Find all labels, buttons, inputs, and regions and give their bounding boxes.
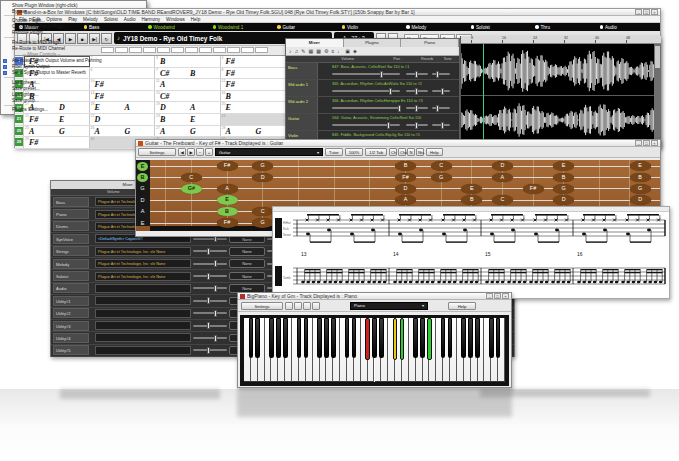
piano-black-key[interactable] (372, 318, 377, 358)
mixer-toolbar-icon-1[interactable]: ♫ (295, 48, 299, 54)
plugin-track-label[interactable]: Melody (53, 259, 89, 269)
chord-cell[interactable]: 8F# (221, 68, 287, 79)
tab-button[interactable]: 1/2 Tab (365, 148, 387, 156)
minimize-button[interactable]: – (486, 293, 493, 299)
piano-black-key[interactable] (475, 318, 480, 358)
pan-slider[interactable] (406, 90, 428, 92)
slider-thumb[interactable] (207, 273, 210, 280)
layer-cell[interactable] (213, 47, 226, 53)
piano-black-key[interactable] (489, 318, 494, 358)
mixer-toolbar-icon-0[interactable]: ♪ (289, 48, 292, 54)
fret-ch-button-ch[interactable]: Ch (389, 148, 397, 156)
piano-black-key[interactable] (393, 318, 398, 360)
piano-black-key[interactable] (420, 318, 425, 358)
piano-black-key[interactable] (400, 318, 405, 360)
fret-mini-button-2[interactable]: − (196, 148, 204, 156)
slider-thumb[interactable] (214, 335, 217, 342)
chord-cell[interactable]: 23BE (155, 114, 221, 125)
fret-mini-button-0[interactable]: ◀ (178, 148, 186, 156)
fret-mini-button-1[interactable]: ▶ (187, 148, 195, 156)
chord-cell[interactable]: 12F# (221, 79, 287, 90)
plugin-track-label[interactable]: Soloist (53, 271, 89, 281)
mixer-toolbar-icon-7[interactable]: ♩ (337, 48, 342, 54)
piano-black-key[interactable] (276, 318, 281, 358)
mixer-tab-plugins[interactable]: Plugins (344, 39, 402, 47)
piano-mini-button-1[interactable] (294, 302, 302, 310)
plugin-name-field[interactable]: Plogue Art et Technologie, Inc: sfz None (95, 259, 191, 268)
layer-cell[interactable] (241, 47, 254, 53)
slider-thumb[interactable] (441, 122, 444, 129)
chord-cell[interactable]: 20E (221, 102, 287, 113)
slider-thumb[interactable] (207, 297, 210, 304)
plugin-track-label[interactable]: Piano (53, 209, 89, 219)
plugin-name-field[interactable] (95, 296, 191, 305)
slider-thumb[interactable] (214, 285, 217, 292)
plugin-slider[interactable] (193, 275, 227, 277)
plugin-track-label[interactable]: Utility#3 (53, 321, 89, 331)
piano-black-key[interactable] (441, 318, 446, 358)
fret-mini-button-3[interactable]: + (205, 148, 213, 156)
piano-black-key[interactable] (365, 318, 370, 360)
fretboard-titlebar[interactable]: Guitar - The Fretboard - Key of F# - Tra… (136, 140, 660, 147)
track-select-combo[interactable]: Piano▾ (350, 302, 428, 310)
menu-item[interactable]: Bypass (1, 8, 146, 14)
menu-item[interactable]: Remove Plugin... (1, 30, 146, 36)
plugin-slider[interactable] (193, 250, 227, 252)
layer-cell[interactable] (171, 47, 184, 53)
plugin-track-label[interactable]: Audio (53, 283, 89, 293)
mixer-track-label[interactable]: Wd acdn 2 (286, 97, 318, 113)
chord-cell[interactable]: 16B (221, 91, 287, 102)
plugin-slot-none[interactable]: None (229, 247, 265, 256)
pan-slider[interactable] (406, 73, 428, 75)
zoom-button[interactable]: 100% (345, 148, 364, 156)
plugin-track-label[interactable]: Drums (53, 221, 89, 231)
chord-cell[interactable]: 24 (221, 114, 287, 125)
maximize-button[interactable]: □ (643, 140, 650, 146)
layer-cell[interactable] (199, 47, 212, 53)
piano-black-key[interactable] (269, 318, 274, 358)
menu-item[interactable]: Send Synth Output to Master Reverb✓ (1, 70, 146, 76)
close-button[interactable]: × (651, 140, 658, 146)
plugin-slider[interactable] (193, 238, 227, 240)
slider-thumb[interactable] (436, 105, 439, 112)
plugin-track-label[interactable]: Bass (53, 197, 89, 207)
plugin-name-field[interactable] (95, 284, 191, 293)
slider-thumb[interactable] (380, 71, 383, 78)
menu-item[interactable]: Save group... (1, 98, 146, 104)
chord-cell[interactable]: 15C# (155, 91, 221, 102)
reverb-slider[interactable] (432, 73, 450, 75)
piano-black-key[interactable] (345, 318, 350, 358)
chord-cell[interactable]: 21F#E (24, 114, 90, 125)
plugin-slot-none[interactable]: None (229, 259, 265, 268)
plugin-track-label[interactable]: Utility#1 (53, 296, 89, 306)
mixer-toolbar-icon-6[interactable]: ≡ (331, 48, 334, 54)
plugin-slider[interactable] (193, 287, 227, 289)
chord-cell[interactable]: 25AG (24, 126, 90, 137)
plugin-slider[interactable] (193, 300, 227, 302)
fret-ch-button-chd[interactable]: Chd (398, 148, 406, 156)
layer-cell[interactable] (157, 47, 170, 53)
pan-slider[interactable] (406, 107, 428, 109)
plugin-name-field[interactable] (95, 333, 191, 342)
chord-cell[interactable]: 3B (155, 56, 221, 67)
plugin-track-label[interactable]: Utility#5 (53, 345, 89, 355)
plugin-track-label[interactable]: SynVoice (53, 234, 89, 244)
reverb-slider[interactable] (432, 90, 450, 92)
piano-mini-button-3[interactable] (312, 302, 320, 310)
fret-ch-button-n[interactable]: N (407, 148, 415, 156)
chord-cell[interactable]: 22D (90, 114, 156, 125)
track-button-melody[interactable]: Melody (402, 25, 467, 30)
plugin-track-label[interactable]: Utility#4 (53, 333, 89, 343)
plugin-slider[interactable] (193, 337, 227, 339)
track-button-thru[interactable]: Thru (531, 25, 596, 30)
slider-thumb[interactable] (207, 322, 210, 329)
close-button[interactable]: × (502, 293, 509, 299)
piano-black-key[interactable] (352, 318, 357, 358)
piano-black-key[interactable] (255, 318, 260, 358)
slider-thumb[interactable] (415, 88, 418, 95)
piano-black-key[interactable] (461, 318, 466, 358)
maximize-button[interactable]: □ (494, 293, 501, 299)
plugin-slider[interactable] (193, 312, 227, 314)
chord-cell[interactable]: 28AG (221, 126, 287, 137)
scroll-thumb[interactable] (655, 46, 660, 68)
